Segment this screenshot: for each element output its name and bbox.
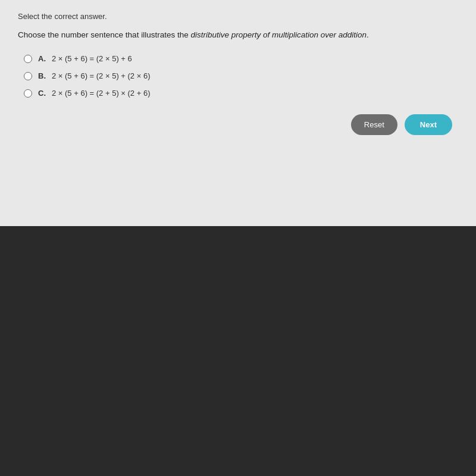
- option-text-a: 2 × (5 + 6) = (2 × 5) + 6: [52, 54, 132, 63]
- option-text-b: 2 × (5 + 6) = (2 × 5) + (2 × 6): [52, 71, 150, 80]
- option-text-c: 2 × (5 + 6) = (2 + 5) × (2 + 6): [52, 89, 150, 98]
- reset-button[interactable]: Reset: [351, 114, 397, 135]
- options-list: A. 2 × (5 + 6) = (2 × 5) + 6 B. 2 × (5 +…: [18, 54, 458, 98]
- select-label: Select the correct answer.: [18, 12, 458, 21]
- option-label-c: C.: [38, 89, 46, 98]
- option-a[interactable]: A. 2 × (5 + 6) = (2 × 5) + 6: [24, 54, 458, 63]
- question-text: Choose the number sentence that illustra…: [18, 29, 458, 41]
- radio-a[interactable]: [24, 55, 32, 63]
- option-label-a: A.: [38, 54, 46, 63]
- option-label-b: B.: [38, 71, 46, 80]
- buttons-row: Reset Next: [18, 114, 458, 135]
- next-button[interactable]: Next: [405, 114, 452, 135]
- option-b[interactable]: B. 2 × (5 + 6) = (2 × 5) + (2 × 6): [24, 71, 458, 80]
- dark-background: [0, 226, 476, 476]
- option-c[interactable]: C. 2 × (5 + 6) = (2 + 5) × (2 + 6): [24, 89, 458, 98]
- radio-b[interactable]: [24, 72, 32, 80]
- radio-c[interactable]: [24, 89, 32, 98]
